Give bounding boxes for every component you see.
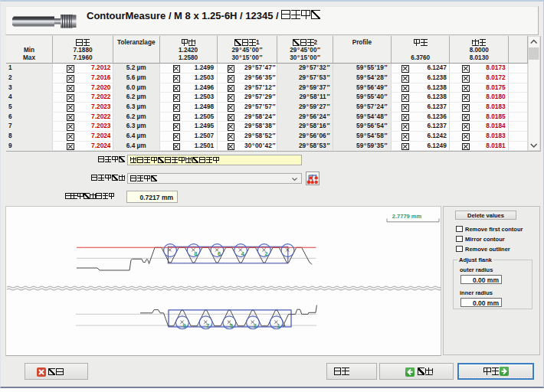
svg-text:2: 2	[264, 250, 267, 257]
svg-text:8: 8	[194, 250, 197, 257]
svg-text:4: 4	[241, 250, 245, 257]
svg-text:7: 7	[206, 322, 209, 329]
svg-text:6: 6	[218, 250, 221, 257]
svg-text:3: 3	[254, 322, 257, 329]
svg-text:5: 5	[230, 322, 233, 329]
svg-text:1: 1	[277, 322, 280, 329]
svg-text:9: 9	[182, 322, 185, 329]
svg-text:2.7779 mm: 2.7779 mm	[392, 213, 422, 220]
